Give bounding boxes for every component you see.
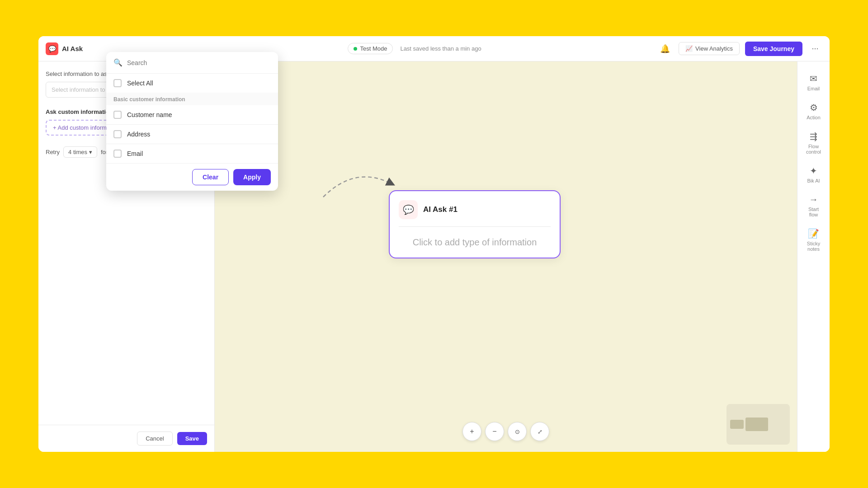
dropdown-item-email[interactable]: Email: [106, 144, 278, 163]
action-tool-label: Action: [807, 115, 821, 120]
dropdown-item-customer-name[interactable]: Customer name: [106, 105, 278, 124]
ai-ask-card-title: AI Ask #1: [423, 205, 458, 214]
save-journey-button[interactable]: Save Journey: [745, 42, 802, 56]
clear-button[interactable]: Clear: [192, 169, 229, 185]
sticky-notes-icon: 📝: [808, 228, 819, 239]
expand-button[interactable]: ⤢: [530, 422, 549, 441]
sticky-notes-tool-label: Sticky notes: [804, 241, 824, 252]
customer-name-label: Customer name: [127, 111, 172, 118]
select-all-label: Select All: [127, 80, 153, 87]
apply-button[interactable]: Apply: [233, 169, 271, 185]
last-saved-text: Last saved less than a min ago: [400, 45, 481, 52]
more-button[interactable]: ···: [808, 42, 822, 56]
logo-icon: 💬: [46, 42, 58, 55]
canvas-toolbar: + − ⊙ ⤢: [462, 422, 549, 441]
dropdown-section-label: Basic customer information: [106, 93, 278, 105]
zoom-out-button[interactable]: −: [485, 422, 504, 441]
dropdown-popup: 🔍 Select All Basic customer information …: [106, 52, 278, 191]
dropdown-item-address[interactable]: Address: [106, 125, 278, 144]
header-actions: 🔔 📈 View Analytics Save Journey ···: [657, 41, 822, 57]
start-flow-tool-label: Start flow: [804, 206, 824, 217]
ai-ask-placeholder-text: Click to add type of information: [413, 237, 537, 247]
sidebar-tool-start-flow[interactable]: → Start flow: [800, 190, 827, 222]
action-icon: ⚙: [810, 102, 818, 113]
ai-ask-body: Click to add type of information: [399, 227, 551, 249]
select-all-checkbox[interactable]: [113, 79, 122, 87]
start-flow-icon: →: [809, 194, 818, 205]
bik-ai-tool-label: Bik AI: [807, 178, 820, 183]
fit-view-button[interactable]: ⊙: [508, 422, 527, 441]
flow-control-tool-label: Flow control: [804, 144, 824, 155]
ai-ask-header: 💬 AI Ask #1: [399, 200, 551, 227]
mini-map: [726, 404, 790, 445]
address-checkbox[interactable]: [113, 130, 122, 138]
flow-control-icon: ⇶: [810, 131, 817, 142]
save-button[interactable]: Save: [177, 432, 207, 445]
email-icon: ✉: [810, 73, 817, 84]
mini-card-2: [745, 418, 768, 431]
search-input[interactable]: [127, 59, 271, 66]
view-analytics-button[interactable]: 📈 View Analytics: [679, 42, 740, 55]
customer-name-checkbox[interactable]: [113, 111, 122, 119]
mini-card-1: [730, 420, 744, 429]
right-sidebar: ✉ Email ⚙ Action ⇶ Flow control ✦ Bik AI…: [797, 61, 830, 452]
bik-ai-icon: ✦: [810, 165, 817, 176]
logo-text: AI Ask: [62, 45, 83, 52]
chart-icon: 📈: [685, 45, 693, 52]
mini-map-content: [726, 404, 790, 445]
search-icon: 🔍: [113, 58, 123, 67]
retry-dropdown[interactable]: 4 times ▾: [63, 146, 97, 158]
sidebar-tool-flow-control[interactable]: ⇶ Flow control: [800, 127, 827, 159]
dropdown-items-list: Customer name Address Email: [106, 105, 278, 163]
address-label: Address: [127, 131, 150, 138]
ai-ask-card-icon: 💬: [399, 200, 418, 219]
dropdown-footer: Clear Apply: [106, 163, 278, 191]
panel-footer: Cancel Save: [38, 425, 214, 452]
zoom-in-button[interactable]: +: [462, 422, 481, 441]
email-checkbox[interactable]: [113, 150, 122, 158]
retry-label: Retry: [46, 149, 60, 155]
test-mode-dot: [354, 47, 357, 51]
email-tool-label: Email: [807, 86, 820, 91]
retry-chevron-icon: ▾: [89, 149, 92, 155]
bell-icon-button[interactable]: 🔔: [657, 41, 673, 57]
select-all-item[interactable]: Select All: [106, 74, 278, 93]
ai-ask-card[interactable]: 💬 AI Ask #1 Click to add type of informa…: [389, 190, 561, 258]
dropdown-search-bar: 🔍: [106, 52, 278, 74]
test-mode-badge[interactable]: Test Mode: [348, 43, 393, 54]
sidebar-tool-action[interactable]: ⚙ Action: [800, 98, 827, 125]
retry-value: 4 times: [68, 149, 87, 155]
sidebar-tool-sticky-notes[interactable]: 📝 Sticky notes: [800, 224, 827, 256]
sidebar-tool-bik-ai[interactable]: ✦ Bik AI: [800, 161, 827, 188]
view-analytics-label: View Analytics: [695, 45, 733, 52]
cancel-button[interactable]: Cancel: [137, 432, 172, 446]
email-label: Email: [127, 150, 143, 157]
canvas-area[interactable]: 💬 AI Ask #1 Click to add type of informa…: [215, 61, 797, 452]
test-mode-label: Test Mode: [360, 45, 387, 52]
sidebar-tool-email[interactable]: ✉ Email: [800, 69, 827, 96]
